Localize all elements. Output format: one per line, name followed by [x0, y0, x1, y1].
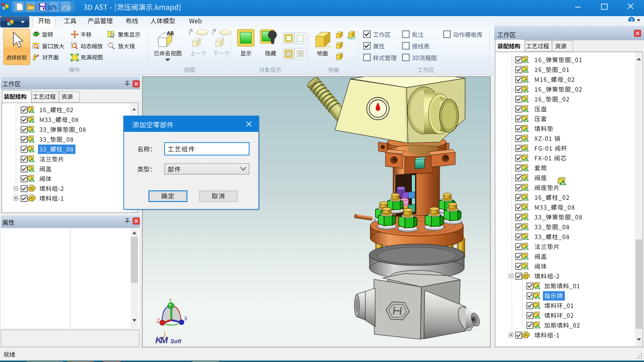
svg-text:Soft: Soft	[170, 338, 182, 345]
